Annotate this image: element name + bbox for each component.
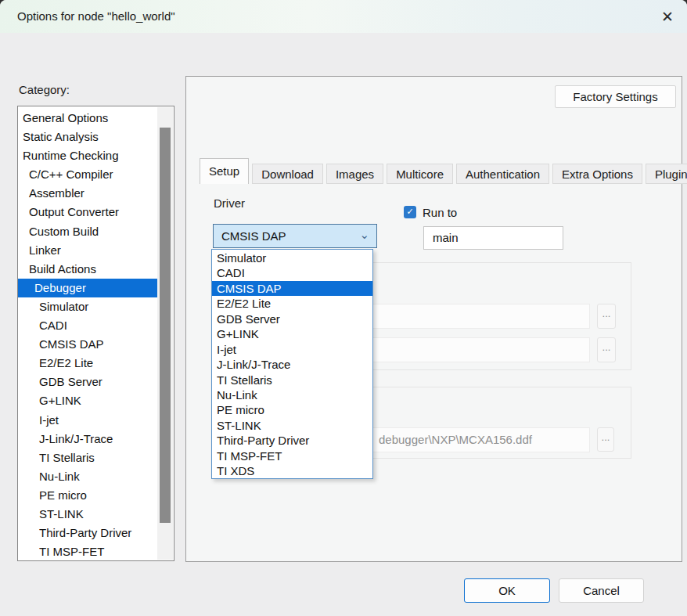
device-description-path: debugger\NXP\MCXA156.ddf — [379, 428, 532, 452]
category-item-e2-e2-lite[interactable]: E2/E2 Lite — [18, 354, 174, 373]
tab-download[interactable]: Download — [252, 164, 323, 184]
driver-option-third-party-driver[interactable]: Third-Party Driver — [212, 433, 372, 448]
tab-images[interactable]: Images — [326, 164, 383, 184]
category-item-i-jet[interactable]: I-jet — [18, 411, 174, 430]
title-bar: Options for node "hello_world" ✕ — [0, 0, 687, 33]
chevron-down-icon: ⌄ — [359, 225, 369, 248]
driver-option-ti-xds[interactable]: TI XDS — [212, 463, 372, 478]
options-panel: Factory Settings SetupDownloadImagesMult… — [185, 76, 682, 562]
tab-extra-options[interactable]: Extra Options — [552, 164, 642, 184]
category-item-st-link[interactable]: ST-LINK — [18, 505, 174, 524]
dialog-title: Options for node "hello_world" — [17, 0, 175, 33]
tab-plugins[interactable]: Plugins — [646, 164, 687, 184]
driver-label: Driver — [214, 196, 245, 210]
category-item-assembler[interactable]: Assembler — [18, 184, 167, 203]
category-item-debugger[interactable]: Debugger — [18, 279, 172, 297]
category-item-gdb-server[interactable]: GDB Server — [18, 373, 174, 391]
category-item-g-link[interactable]: G+LINK — [18, 391, 174, 410]
tab-setup[interactable]: Setup — [200, 158, 249, 184]
category-item-cmsis-dap[interactable]: CMSIS DAP — [18, 335, 174, 354]
driver-option-gdb-server[interactable]: GDB Server — [212, 312, 372, 326]
driver-option-simulator[interactable]: Simulator — [212, 250, 372, 265]
driver-option-nu-link[interactable]: Nu-Link — [212, 387, 372, 402]
tab-strip: SetupDownloadImagesMulticoreAuthenticati… — [200, 160, 687, 184]
category-label: Category: — [19, 83, 70, 96]
category-item-build-actions[interactable]: Build Actions — [18, 260, 167, 279]
run-to-value: main — [433, 227, 459, 249]
browse-button-1[interactable]: ... — [597, 304, 616, 329]
driver-selected-value: CMSIS DAP — [221, 225, 286, 247]
driver-option-ti-msp-fet[interactable]: TI MSP-FET — [212, 448, 372, 463]
category-item-static-analysis[interactable]: Static Analysis — [18, 128, 160, 146]
browse-button-3[interactable]: ... — [597, 427, 614, 452]
options-dialog: Options for node "hello_world" ✕ Categor… — [0, 0, 687, 616]
category-item-simulator[interactable]: Simulator — [18, 297, 174, 316]
scrollbar-thumb[interactable] — [160, 128, 171, 523]
driver-option-e2-e2-lite[interactable]: E2/E2 Lite — [212, 296, 372, 311]
category-item-c-c-compiler[interactable]: C/C++ Compiler — [18, 165, 167, 184]
category-scrollbar[interactable] — [157, 107, 173, 560]
driver-option-pe-micro[interactable]: PE micro — [212, 402, 372, 417]
category-item-third-party-driver[interactable]: Third-Party Driver — [18, 524, 174, 542]
driver-option-j-link-j-trace[interactable]: J-Link/J-Trace — [212, 357, 372, 372]
category-item-cadi[interactable]: CADI — [18, 316, 174, 335]
cancel-button[interactable]: Cancel — [559, 578, 644, 603]
category-item-output-converter[interactable]: Output Converter — [18, 203, 167, 222]
driver-option-g-link[interactable]: G+LINK — [212, 326, 372, 341]
category-item-general-options[interactable]: General Options — [18, 109, 160, 128]
close-icon[interactable]: ✕ — [657, 6, 678, 27]
driver-option-i-jet[interactable]: I-jet — [212, 342, 372, 357]
category-item-j-link-j-trace[interactable]: J-Link/J-Trace — [18, 430, 174, 448]
driver-option-cadi[interactable]: CADI — [212, 265, 372, 280]
category-item-custom-build[interactable]: Custom Build — [18, 222, 167, 241]
category-item-ti-stellaris[interactable]: TI Stellaris — [18, 448, 174, 467]
driver-option-st-link[interactable]: ST-LINK — [212, 418, 372, 433]
category-item-nu-link[interactable]: Nu-Link — [18, 467, 174, 486]
browse-button-2[interactable]: ... — [597, 337, 616, 362]
tab-multicore[interactable]: Multicore — [387, 164, 453, 184]
factory-settings-button[interactable]: Factory Settings — [555, 85, 676, 108]
driver-option-cmsis-dap[interactable]: CMSIS DAP — [212, 281, 372, 296]
run-to-input[interactable]: main — [423, 226, 563, 250]
category-list: General OptionsStatic AnalysisRuntime Ch… — [17, 106, 174, 561]
ok-button[interactable]: OK — [464, 578, 550, 603]
check-icon: ✓ — [404, 206, 416, 218]
category-item-linker[interactable]: Linker — [18, 241, 167, 260]
tab-authentication[interactable]: Authentication — [456, 164, 549, 184]
category-item-pe-micro[interactable]: PE micro — [18, 486, 174, 505]
category-item-ti-msp-fet[interactable]: TI MSP-FET — [18, 542, 174, 561]
driver-dropdown-list: SimulatorCADICMSIS DAPE2/E2 LiteGDB Serv… — [211, 249, 373, 479]
category-items-container: General OptionsStatic AnalysisRuntime Ch… — [18, 109, 174, 561]
driver-combobox[interactable]: CMSIS DAP ⌄ — [213, 224, 377, 248]
run-to-checkbox[interactable]: ✓ — [404, 206, 416, 218]
run-to-label: Run to — [423, 206, 457, 219]
driver-option-ti-stellaris[interactable]: TI Stellaris — [212, 373, 372, 387]
category-item-runtime-checking[interactable]: Runtime Checking — [18, 146, 160, 165]
